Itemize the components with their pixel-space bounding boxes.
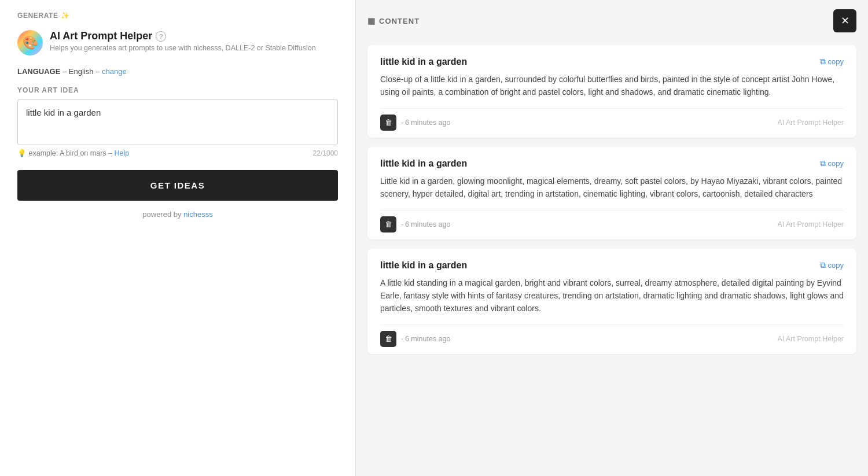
textarea-footer: 💡 example: A bird on mars – Help 22/1000 <box>17 149 338 157</box>
char-count: 22/1000 <box>313 149 338 157</box>
card-title: little kid in a garden <box>380 57 467 67</box>
help-link[interactable]: Help <box>114 149 129 157</box>
nichesss-link[interactable]: nichesss <box>183 210 213 219</box>
language-change-link[interactable]: change <box>102 67 127 76</box>
time-ago: · 6 minutes ago <box>401 119 450 127</box>
card-footer: 🗑 · 6 minutes ago AI Art Prompt Helper <box>380 324 844 354</box>
card-title: little kid in a garden <box>380 158 467 169</box>
app-header: 🎨 AI Art Prompt Helper ? Helps you gener… <box>17 30 338 56</box>
card-header: little kid in a garden ⧉ copy <box>380 57 844 67</box>
language-value: English <box>69 67 94 76</box>
delete-button[interactable]: 🗑 <box>380 115 396 131</box>
card-body: Little kid in a garden, glowing moonligh… <box>380 175 844 201</box>
copy-button[interactable]: ⧉ copy <box>820 57 844 67</box>
copy-icon: ⧉ <box>820 260 826 270</box>
time-ago: · 6 minutes ago <box>401 335 450 343</box>
card-title: little kid in a garden <box>380 260 467 271</box>
app-title: AI Art Prompt Helper ? <box>50 30 316 42</box>
generate-label: GENERATE ✨ <box>17 12 338 20</box>
right-panel: ▦ CONTENT ✕ little kid in a garden ⧉ cop… <box>356 0 868 476</box>
example-text: 💡 example: A bird on mars – Help <box>17 149 129 157</box>
left-panel: GENERATE ✨ 🎨 AI Art Prompt Helper ? Help… <box>0 0 356 476</box>
copy-label: copy <box>828 57 844 66</box>
results-container: little kid in a garden ⧉ copy Close-up o… <box>356 39 868 476</box>
content-label: ▦ CONTENT <box>367 16 420 25</box>
copy-icon: ⧉ <box>820 158 826 168</box>
copy-icon: ⧉ <box>820 57 826 67</box>
source-label: AI Art Prompt Helper <box>777 335 844 343</box>
result-card: little kid in a garden ⧉ copy A little k… <box>367 249 856 354</box>
close-button[interactable]: ✕ <box>833 9 856 32</box>
copy-button[interactable]: ⧉ copy <box>820 158 844 168</box>
delete-button[interactable]: 🗑 <box>380 331 396 347</box>
app-subtitle: Helps you generates art prompts to use w… <box>50 44 316 52</box>
app-icon: 🎨 <box>17 30 43 56</box>
time-ago: · 6 minutes ago <box>401 220 450 228</box>
get-ideas-button[interactable]: GET IDEAS <box>17 170 338 201</box>
footer-left: 🗑 · 6 minutes ago <box>380 115 450 131</box>
copy-label: copy <box>828 261 844 270</box>
field-label: YOUR ART IDEA <box>17 86 338 94</box>
grid-icon: ▦ <box>367 16 376 25</box>
language-prefix: LANGUAGE <box>17 67 60 76</box>
card-body: Close-up of a little kid in a garden, su… <box>380 73 844 99</box>
result-card: little kid in a garden ⧉ copy Little kid… <box>367 147 856 239</box>
generate-text: GENERATE ✨ <box>17 12 69 20</box>
delete-button[interactable]: 🗑 <box>380 216 396 233</box>
card-header: little kid in a garden ⧉ copy <box>380 260 844 271</box>
footer-left: 🗑 · 6 minutes ago <box>380 216 450 233</box>
language-dash2: – <box>95 67 102 76</box>
card-header: little kid in a garden ⧉ copy <box>380 158 844 169</box>
right-header: ▦ CONTENT ✕ <box>356 0 868 39</box>
copy-button[interactable]: ⧉ copy <box>820 260 844 270</box>
copy-label: copy <box>828 159 844 168</box>
language-row: LANGUAGE – English – change <box>17 67 338 76</box>
art-idea-input[interactable] <box>17 99 338 145</box>
source-label: AI Art Prompt Helper <box>777 119 844 127</box>
powered-by: powered by nichesss <box>17 210 338 219</box>
help-icon[interactable]: ? <box>156 31 166 42</box>
card-footer: 🗑 · 6 minutes ago AI Art Prompt Helper <box>380 210 844 239</box>
app-title-block: AI Art Prompt Helper ? Helps you generat… <box>50 30 316 52</box>
result-card: little kid in a garden ⧉ copy Close-up o… <box>367 45 856 138</box>
footer-left: 🗑 · 6 minutes ago <box>380 331 450 347</box>
card-footer: 🗑 · 6 minutes ago AI Art Prompt Helper <box>380 108 844 138</box>
source-label: AI Art Prompt Helper <box>777 220 844 228</box>
card-body: A little kid standing in a magical garde… <box>380 276 844 315</box>
language-dash1: – <box>62 67 69 76</box>
